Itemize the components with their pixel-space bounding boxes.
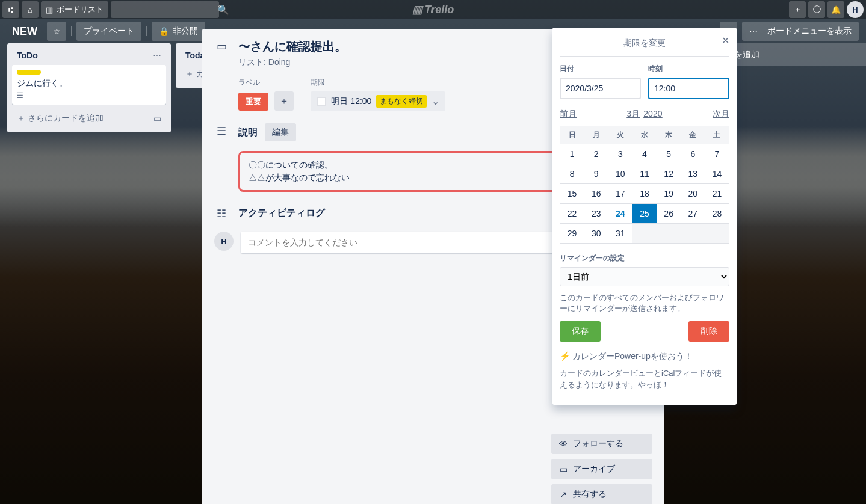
- calendar-day[interactable]: 12: [657, 164, 681, 184]
- calendar-dow: 金: [681, 126, 705, 144]
- calendar-day[interactable]: 30: [584, 224, 608, 244]
- next-month-button[interactable]: 次月: [713, 109, 729, 120]
- home-icon[interactable]: ⌂: [22, 1, 39, 18]
- share-button[interactable]: ↗共有する: [551, 484, 652, 504]
- activity-icon: ☷: [214, 207, 229, 220]
- powerup-note: カードのカレンダービューとiCalフィードが使えるようになります。やっほ！: [560, 368, 729, 390]
- add-label-button[interactable]: ＋: [274, 91, 294, 111]
- date-input[interactable]: [560, 78, 641, 99]
- calendar-day[interactable]: 4: [632, 144, 657, 164]
- calendar-day[interactable]: 17: [608, 184, 632, 204]
- global-header: ⑆ ⌂ ▥ボードリスト 🔍 ▥Trello ＋ ⓘ 🔔 H: [0, 0, 866, 19]
- calendar-day[interactable]: 5: [657, 144, 681, 164]
- calendar-dow: 土: [705, 126, 729, 144]
- user-avatar[interactable]: H: [847, 1, 864, 18]
- calendar-day: [632, 224, 657, 244]
- delete-button[interactable]: 削除: [688, 321, 729, 342]
- reminder-select[interactable]: 1日前: [560, 267, 729, 286]
- calendar-dow: 木: [657, 126, 681, 144]
- calendar-day[interactable]: 29: [560, 224, 584, 244]
- calendar-day[interactable]: 15: [560, 184, 584, 204]
- calendar-day[interactable]: 3: [608, 144, 632, 164]
- month-select[interactable]: 3月: [627, 109, 640, 120]
- list-todo: ToDo ⋯ ジムに行く。 ☰ ＋ さらにカードを追加 ▭: [7, 43, 171, 132]
- save-button[interactable]: 保存: [560, 321, 601, 342]
- bell-icon[interactable]: 🔔: [827, 1, 844, 18]
- search-icon: 🔍: [217, 4, 229, 16]
- calendar-dow: 日: [560, 126, 584, 144]
- calendar-day[interactable]: 27: [681, 204, 705, 224]
- reminder-note: このカードのすべてのメンバーおよびフォロワーにリマインダーが送信されます。: [560, 292, 729, 314]
- due-date-button[interactable]: 明日 12:00 まもなく締切 ⌄: [311, 91, 445, 111]
- calendar-day[interactable]: 31: [608, 224, 632, 244]
- team-button[interactable]: プライベート: [76, 22, 141, 41]
- calendar-day[interactable]: 14: [705, 164, 729, 184]
- calendar-day[interactable]: 28: [705, 204, 729, 224]
- boards-button[interactable]: ▥ボードリスト: [41, 1, 108, 18]
- follow-button[interactable]: 👁フォローする: [551, 434, 652, 454]
- card[interactable]: ジムに行く。 ☰: [12, 65, 166, 105]
- apps-icon[interactable]: ⑆: [2, 1, 19, 18]
- edit-description-button[interactable]: 編集: [265, 123, 296, 141]
- calendar-day[interactable]: 8: [560, 164, 584, 184]
- due-date-text: 明日 12:00: [331, 96, 371, 107]
- due-heading: 期限: [311, 78, 445, 88]
- calendar-day[interactable]: 7: [705, 144, 729, 164]
- board-name[interactable]: NEW: [7, 25, 42, 38]
- date-label: 日付: [560, 64, 641, 74]
- due-checkbox[interactable]: [317, 97, 326, 106]
- visibility-button[interactable]: 🔒非公開: [152, 22, 205, 41]
- description-icon: ☰: [17, 91, 161, 100]
- time-label: 時刻: [648, 64, 729, 74]
- calendar-day[interactable]: 18: [632, 184, 657, 204]
- calendar-day[interactable]: 10: [608, 164, 632, 184]
- archive-button[interactable]: ▭アーカイブ: [551, 459, 652, 479]
- add-icon[interactable]: ＋: [789, 1, 806, 18]
- search-input[interactable]: [116, 5, 217, 14]
- card-list-link[interactable]: Doing: [268, 57, 291, 67]
- board-menu-button[interactable]: ⋯ ボードメニューを表示: [742, 22, 859, 41]
- chevron-down-icon: ⌄: [431, 96, 439, 107]
- card-label-yellow: [17, 70, 41, 75]
- calendar-dow: 水: [632, 126, 657, 144]
- calendar-day[interactable]: 23: [584, 204, 608, 224]
- card-sidebar-actions: 👁フォローする ▭アーカイブ ↗共有する: [551, 434, 652, 504]
- calendar-day[interactable]: 16: [584, 184, 608, 204]
- info-icon[interactable]: ⓘ: [808, 1, 825, 18]
- calendar-day[interactable]: 2: [584, 144, 608, 164]
- calendar-day[interactable]: 21: [705, 184, 729, 204]
- popover-title: 期限を変更: [623, 38, 666, 48]
- trello-logo: ▥Trello: [412, 3, 454, 16]
- add-card-button[interactable]: ＋ さらにカードを追加 ▭: [12, 109, 166, 128]
- calendar-day[interactable]: 22: [560, 204, 584, 224]
- calendar: 日月火水木金土 12345678910111213141516171819202…: [560, 126, 729, 244]
- list-title[interactable]: ToDo: [17, 51, 38, 60]
- calendar-day: [705, 224, 729, 244]
- search-box[interactable]: 🔍: [111, 1, 219, 18]
- calendar-day[interactable]: 13: [681, 164, 705, 184]
- calendar-day[interactable]: 20: [681, 184, 705, 204]
- reminder-label: リマインダーの設定: [560, 253, 729, 263]
- list-menu-icon[interactable]: ⋯: [153, 51, 161, 60]
- due-soon-badge: まもなく締切: [376, 95, 427, 108]
- template-icon[interactable]: ▭: [153, 114, 161, 123]
- star-icon[interactable]: ☆: [47, 22, 66, 41]
- calendar-day[interactable]: 9: [584, 164, 608, 184]
- label-red[interactable]: 重要: [238, 93, 268, 111]
- calendar-powerup-link[interactable]: カレンダーPower-upを使おう！: [560, 351, 729, 362]
- calendar-day[interactable]: 25: [632, 204, 657, 224]
- eye-icon: 👁: [558, 439, 568, 449]
- prev-month-button[interactable]: 前月: [560, 109, 577, 120]
- calendar-day[interactable]: 19: [657, 184, 681, 204]
- close-icon[interactable]: ✕: [722, 35, 729, 46]
- add-card-button[interactable]: ＋ カ: [181, 65, 204, 83]
- calendar-day[interactable]: 26: [657, 204, 681, 224]
- calendar-day[interactable]: 11: [632, 164, 657, 184]
- calendar-day[interactable]: 1: [560, 144, 584, 164]
- year-select[interactable]: 2020: [643, 109, 662, 120]
- calendar-day[interactable]: 24: [608, 204, 632, 224]
- time-input[interactable]: [648, 78, 729, 99]
- lock-icon: 🔒: [159, 26, 169, 36]
- calendar-day[interactable]: 6: [681, 144, 705, 164]
- share-icon: ↗: [558, 490, 568, 499]
